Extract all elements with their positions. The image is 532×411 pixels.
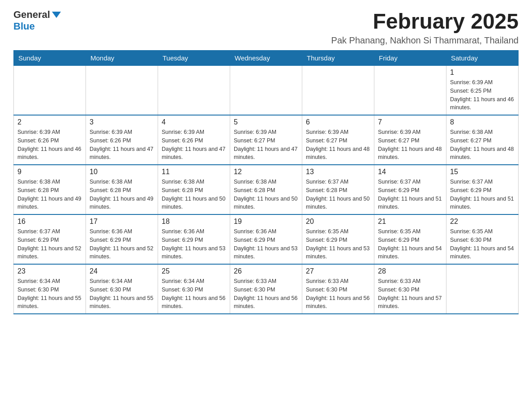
day-info-line: Sunset: 6:28 PM <box>234 187 275 193</box>
day-info-line: Daylight: 11 hours and 52 minutes. <box>90 245 153 260</box>
calendar-header-saturday: Saturday <box>446 51 519 66</box>
day-number: 1 <box>450 68 515 77</box>
day-info-line: Sunset: 6:27 PM <box>234 137 275 144</box>
day-number: 4 <box>162 118 226 126</box>
day-info: Sunrise: 6:35 AMSunset: 6:30 PMDaylight:… <box>450 227 515 261</box>
day-number: 8 <box>450 118 515 126</box>
calendar-header-wednesday: Wednesday <box>230 51 302 66</box>
day-info-line: Sunrise: 6:37 AM <box>378 179 420 185</box>
day-info-line: Daylight: 11 hours and 50 minutes. <box>306 196 369 210</box>
page-title: February 2025 <box>331 9 519 34</box>
calendar-cell: 3Sunrise: 6:39 AMSunset: 6:26 PMDaylight… <box>86 115 158 165</box>
day-info-line: Sunrise: 6:36 AM <box>162 228 204 235</box>
day-info-line: Sunset: 6:26 PM <box>17 137 59 144</box>
day-info: Sunrise: 6:37 AMSunset: 6:29 PMDaylight:… <box>378 178 442 211</box>
day-info: Sunrise: 6:39 AMSunset: 6:26 PMDaylight:… <box>162 128 226 162</box>
calendar-cell <box>302 66 374 116</box>
calendar-header-friday: Friday <box>374 51 446 66</box>
day-info-line: Sunset: 6:29 PM <box>306 237 347 243</box>
day-number: 16 <box>17 218 82 226</box>
calendar-week-3: 9Sunrise: 6:38 AMSunset: 6:28 PMDaylight… <box>14 165 519 214</box>
day-info: Sunrise: 6:39 AMSunset: 6:26 PMDaylight:… <box>17 128 82 162</box>
day-info-line: Daylight: 11 hours and 48 minutes. <box>306 146 369 161</box>
calendar-cell: 2Sunrise: 6:39 AMSunset: 6:26 PMDaylight… <box>14 115 86 165</box>
calendar-cell: 19Sunrise: 6:36 AMSunset: 6:29 PMDayligh… <box>230 214 302 264</box>
day-info-line: Daylight: 11 hours and 53 minutes. <box>234 245 297 260</box>
day-info: Sunrise: 6:38 AMSunset: 6:28 PMDaylight:… <box>162 178 226 211</box>
header-row: SundayMondayTuesdayWednesdayThursdayFrid… <box>14 51 519 66</box>
day-info: Sunrise: 6:37 AMSunset: 6:29 PMDaylight:… <box>17 227 82 261</box>
calendar-cell: 5Sunrise: 6:39 AMSunset: 6:27 PMDaylight… <box>230 115 302 165</box>
page-header: General Blue February 2025 Pak Phanang, … <box>13 9 519 46</box>
calendar-cell: 14Sunrise: 6:37 AMSunset: 6:29 PMDayligh… <box>374 165 446 214</box>
calendar-cell <box>446 264 519 314</box>
day-number: 12 <box>234 168 298 176</box>
calendar-week-2: 2Sunrise: 6:39 AMSunset: 6:26 PMDaylight… <box>14 115 519 165</box>
day-info-line: Daylight: 11 hours and 46 minutes. <box>17 146 81 161</box>
title-section: February 2025 Pak Phanang, Nakhon Si Tha… <box>331 9 519 46</box>
logo: General Blue <box>13 9 61 32</box>
day-number: 6 <box>306 118 370 126</box>
calendar-cell: 22Sunrise: 6:35 AMSunset: 6:30 PMDayligh… <box>446 214 519 264</box>
day-number: 7 <box>378 118 442 126</box>
day-number: 11 <box>162 168 226 176</box>
day-info-line: Sunrise: 6:35 AM <box>306 228 348 235</box>
day-info-line: Sunset: 6:29 PM <box>234 237 275 243</box>
day-number: 13 <box>306 168 370 176</box>
calendar-cell: 26Sunrise: 6:33 AMSunset: 6:30 PMDayligh… <box>230 264 302 314</box>
day-info-line: Sunset: 6:30 PM <box>378 287 419 293</box>
calendar-cell: 7Sunrise: 6:39 AMSunset: 6:27 PMDaylight… <box>374 115 446 165</box>
logo-general: General <box>13 9 61 21</box>
day-info: Sunrise: 6:33 AMSunset: 6:30 PMDaylight:… <box>378 277 442 311</box>
calendar-week-5: 23Sunrise: 6:34 AMSunset: 6:30 PMDayligh… <box>14 264 519 314</box>
day-info-line: Daylight: 11 hours and 48 minutes. <box>378 146 442 161</box>
day-info-line: Sunrise: 6:33 AM <box>234 278 276 284</box>
day-info-line: Sunset: 6:29 PM <box>90 237 131 243</box>
day-number: 24 <box>90 267 154 275</box>
calendar-cell: 25Sunrise: 6:34 AMSunset: 6:30 PMDayligh… <box>158 264 230 314</box>
day-info: Sunrise: 6:35 AMSunset: 6:29 PMDaylight:… <box>306 227 370 261</box>
day-number: 28 <box>378 267 442 275</box>
calendar-cell: 16Sunrise: 6:37 AMSunset: 6:29 PMDayligh… <box>14 214 86 264</box>
calendar-cell: 6Sunrise: 6:39 AMSunset: 6:27 PMDaylight… <box>302 115 374 165</box>
calendar-cell: 4Sunrise: 6:39 AMSunset: 6:26 PMDaylight… <box>158 115 230 165</box>
calendar-cell: 24Sunrise: 6:34 AMSunset: 6:30 PMDayligh… <box>86 264 158 314</box>
day-number: 2 <box>17 118 82 126</box>
day-info: Sunrise: 6:35 AMSunset: 6:29 PMDaylight:… <box>378 227 442 261</box>
day-number: 5 <box>234 118 298 126</box>
calendar-header-monday: Monday <box>86 51 158 66</box>
day-info: Sunrise: 6:38 AMSunset: 6:28 PMDaylight:… <box>90 178 154 211</box>
calendar-cell: 9Sunrise: 6:38 AMSunset: 6:28 PMDaylight… <box>14 165 86 214</box>
calendar-week-1: 1Sunrise: 6:39 AMSunset: 6:25 PMDaylight… <box>14 66 519 116</box>
day-number: 23 <box>17 267 82 275</box>
day-info-line: Sunrise: 6:39 AM <box>378 129 420 135</box>
day-number: 3 <box>90 118 154 126</box>
calendar-cell: 1Sunrise: 6:39 AMSunset: 6:25 PMDaylight… <box>446 66 519 116</box>
day-info-line: Daylight: 11 hours and 54 minutes. <box>378 245 442 260</box>
day-info-line: Sunrise: 6:39 AM <box>17 129 60 135</box>
day-info-line: Sunrise: 6:34 AM <box>17 278 60 284</box>
day-info-line: Sunrise: 6:39 AM <box>234 129 276 135</box>
day-info-line: Daylight: 11 hours and 52 minutes. <box>17 245 81 260</box>
day-info: Sunrise: 6:39 AMSunset: 6:26 PMDaylight:… <box>90 128 154 162</box>
day-info-line: Sunrise: 6:35 AM <box>378 228 420 235</box>
day-info: Sunrise: 6:36 AMSunset: 6:29 PMDaylight:… <box>162 227 226 261</box>
day-info: Sunrise: 6:36 AMSunset: 6:29 PMDaylight:… <box>234 227 298 261</box>
day-info: Sunrise: 6:38 AMSunset: 6:28 PMDaylight:… <box>17 178 82 211</box>
day-number: 20 <box>306 218 370 226</box>
logo-general-text: General <box>13 9 50 21</box>
day-info-line: Sunset: 6:26 PM <box>90 137 131 144</box>
day-info-line: Sunset: 6:30 PM <box>306 287 347 293</box>
day-info-line: Daylight: 11 hours and 51 minutes. <box>378 196 442 210</box>
day-info-line: Daylight: 11 hours and 47 minutes. <box>162 146 225 161</box>
day-number: 15 <box>450 168 515 176</box>
day-number: 22 <box>450 218 515 226</box>
day-info-line: Sunset: 6:28 PM <box>90 187 131 193</box>
day-info-line: Daylight: 11 hours and 49 minutes. <box>17 196 81 210</box>
day-info-line: Daylight: 11 hours and 54 minutes. <box>450 245 514 260</box>
calendar-header-tuesday: Tuesday <box>158 51 230 66</box>
day-info-line: Sunrise: 6:33 AM <box>378 278 420 284</box>
day-info: Sunrise: 6:33 AMSunset: 6:30 PMDaylight:… <box>306 277 370 311</box>
day-number: 19 <box>234 218 298 226</box>
day-info-line: Daylight: 11 hours and 50 minutes. <box>234 196 297 210</box>
